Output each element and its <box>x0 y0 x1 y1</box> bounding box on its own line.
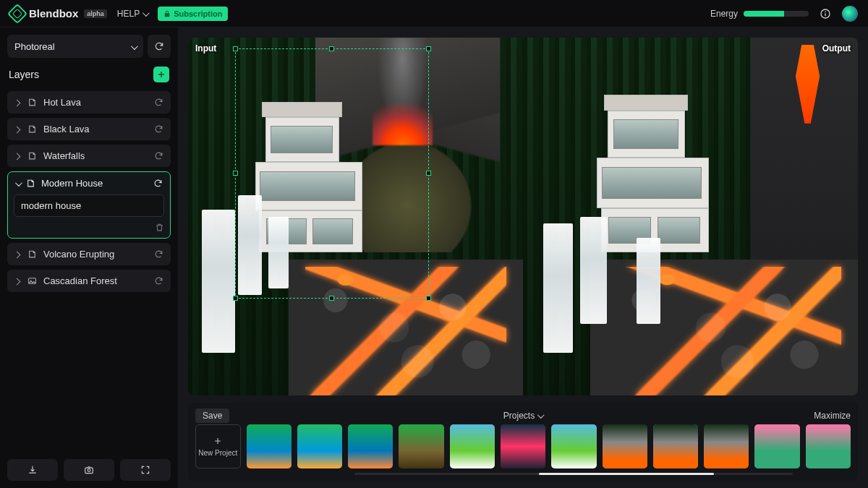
layer-prompt-input[interactable] <box>14 194 164 217</box>
layer-label: Modern House <box>41 178 148 189</box>
help-label: HELP <box>117 9 140 19</box>
prompt-icon <box>27 249 38 259</box>
project-thumb[interactable] <box>297 424 342 468</box>
maximize-button[interactable]: Maximize <box>814 411 851 421</box>
layer-item[interactable]: Waterfalls <box>7 145 171 167</box>
layer-refresh-button[interactable] <box>154 124 163 134</box>
project-thumb[interactable] <box>501 424 545 468</box>
logo-mark-icon <box>7 3 27 23</box>
refresh-icon <box>154 41 164 51</box>
chevron-down-icon[interactable] <box>15 178 20 189</box>
layer-refresh-button[interactable] <box>154 249 163 259</box>
new-project-button[interactable]: New Project <box>195 424 241 468</box>
layer-refresh-button[interactable] <box>153 179 163 188</box>
energy-label: Energy <box>710 9 738 19</box>
chevron-right-icon[interactable] <box>14 275 22 286</box>
energy-bar <box>744 11 809 17</box>
energy-meter: Energy <box>710 9 809 19</box>
project-thumb[interactable] <box>450 424 495 468</box>
chevron-down-icon <box>537 411 542 421</box>
chevron-right-icon[interactable] <box>14 249 22 260</box>
projects-title: Projects <box>503 411 535 421</box>
style-refresh-button[interactable] <box>148 35 171 58</box>
svg-point-6 <box>88 469 90 472</box>
layer-item[interactable]: Hot Lava <box>7 91 171 114</box>
output-pane: Output <box>523 38 858 395</box>
chevron-right-icon[interactable] <box>14 150 22 161</box>
brand-name: Blendbox <box>29 7 78 20</box>
project-thumb[interactable] <box>247 424 292 468</box>
project-thumb[interactable] <box>348 424 393 468</box>
layer-item[interactable]: Cascadian Forest <box>7 270 171 292</box>
subscription-label: Subscription <box>174 9 222 18</box>
chevron-right-icon[interactable] <box>14 124 22 134</box>
layer-label: Waterfalls <box>43 150 148 161</box>
help-menu[interactable]: HELP <box>117 9 148 19</box>
project-thumb[interactable] <box>806 424 851 468</box>
add-layer-button[interactable] <box>153 67 169 82</box>
camera-button[interactable] <box>64 459 114 481</box>
project-thumb[interactable] <box>603 424 647 468</box>
trash-icon <box>155 223 164 232</box>
prompt-icon <box>27 151 38 160</box>
prompt-icon <box>26 179 35 188</box>
project-thumb[interactable] <box>704 424 749 468</box>
project-thumb[interactable] <box>754 424 799 468</box>
layer-label: Hot Lava <box>43 97 148 108</box>
thumbs-scrollbar[interactable] <box>354 473 793 475</box>
download-button[interactable] <box>7 459 58 481</box>
projects-dropdown[interactable]: Projects <box>503 411 542 421</box>
chevron-down-icon <box>142 9 148 19</box>
save-button[interactable]: Save <box>195 408 229 423</box>
download-icon <box>27 465 38 475</box>
style-select[interactable]: Photoreal <box>7 35 143 58</box>
info-icon[interactable] <box>819 7 832 20</box>
layers-title: Layers <box>9 69 39 80</box>
layer-label: Black Lava <box>43 124 148 134</box>
user-avatar[interactable] <box>842 6 858 22</box>
layer-item[interactable]: Volcano Erupting <box>7 243 171 265</box>
project-thumb[interactable] <box>399 424 443 468</box>
layer-label: Volcano Erupting <box>43 249 148 260</box>
camera-icon <box>84 465 94 475</box>
layer-refresh-button[interactable] <box>154 151 163 160</box>
layer-item[interactable]: Black Lava <box>7 118 171 140</box>
image-icon <box>27 276 38 286</box>
input-pane[interactable]: Input <box>188 38 523 395</box>
prompt-icon <box>27 124 38 134</box>
svg-rect-2 <box>825 13 825 16</box>
lock-icon <box>163 10 171 17</box>
plus-icon <box>157 70 166 79</box>
project-thumb[interactable] <box>653 424 698 468</box>
expand-icon <box>140 465 150 475</box>
layer-item-expanded[interactable]: Modern House <box>7 171 171 239</box>
canvas[interactable]: Input <box>188 38 858 395</box>
style-selected-label: Photoreal <box>14 41 55 52</box>
plus-icon <box>213 436 223 446</box>
new-project-label: New Project <box>198 449 237 457</box>
layer-label: Cascadian Forest <box>43 275 148 286</box>
chevron-right-icon[interactable] <box>14 97 22 108</box>
alpha-badge: alpha <box>84 9 107 18</box>
layer-refresh-button[interactable] <box>154 98 163 107</box>
layer-refresh-button[interactable] <box>154 276 163 286</box>
project-thumb[interactable] <box>551 424 596 468</box>
fullscreen-button[interactable] <box>120 459 171 481</box>
input-label: Input <box>195 43 216 53</box>
svg-point-1 <box>825 11 826 12</box>
prompt-icon <box>27 98 38 107</box>
delete-layer-button[interactable] <box>155 223 164 232</box>
chevron-down-icon <box>131 41 136 52</box>
output-label: Output <box>822 43 851 53</box>
app-logo[interactable]: Blendbox alpha <box>10 7 107 21</box>
subscription-button[interactable]: Subscription <box>158 7 228 21</box>
